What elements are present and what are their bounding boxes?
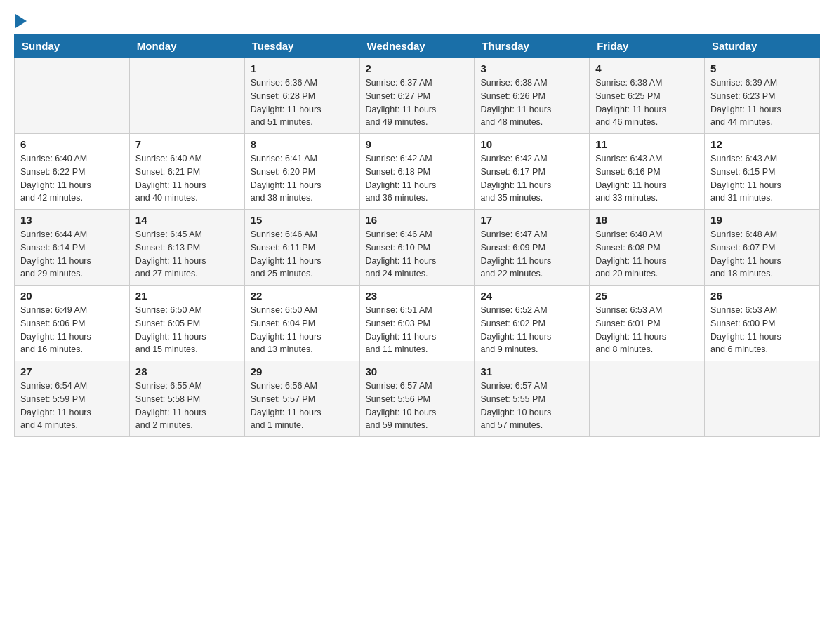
day-number: 23 — [366, 290, 469, 302]
day-number: 30 — [366, 365, 469, 377]
day-detail: Sunrise: 6:44 AM Sunset: 6:14 PM Dayligh… — [20, 229, 91, 279]
calendar-cell: 24Sunrise: 6:52 AM Sunset: 6:02 PM Dayli… — [475, 286, 590, 361]
day-detail: Sunrise: 6:53 AM Sunset: 6:01 PM Dayligh… — [595, 305, 666, 354]
week-row-2: 6Sunrise: 6:40 AM Sunset: 6:22 PM Daylig… — [15, 134, 820, 210]
day-detail: Sunrise: 6:48 AM Sunset: 6:08 PM Dayligh… — [595, 229, 666, 279]
day-detail: Sunrise: 6:51 AM Sunset: 6:03 PM Dayligh… — [366, 305, 437, 354]
day-number: 20 — [20, 290, 124, 302]
day-detail: Sunrise: 6:40 AM Sunset: 6:21 PM Dayligh… — [135, 154, 206, 203]
day-detail: Sunrise: 6:50 AM Sunset: 6:04 PM Dayligh… — [251, 305, 322, 354]
day-detail: Sunrise: 6:57 AM Sunset: 5:55 PM Dayligh… — [480, 381, 551, 430]
logo-arrow-icon — [15, 14, 27, 28]
calendar-cell: 22Sunrise: 6:50 AM Sunset: 6:04 PM Dayli… — [244, 286, 359, 361]
calendar-cell — [15, 58, 130, 134]
calendar-cell: 13Sunrise: 6:44 AM Sunset: 6:14 PM Dayli… — [15, 210, 130, 286]
calendar-cell: 12Sunrise: 6:43 AM Sunset: 6:15 PM Dayli… — [705, 134, 820, 210]
day-number: 29 — [251, 365, 354, 377]
calendar-cell: 20Sunrise: 6:49 AM Sunset: 6:06 PM Dayli… — [15, 286, 130, 361]
calendar-cell: 16Sunrise: 6:46 AM Sunset: 6:10 PM Dayli… — [359, 210, 475, 286]
day-number: 11 — [595, 138, 699, 150]
day-detail: Sunrise: 6:43 AM Sunset: 6:15 PM Dayligh… — [710, 154, 781, 203]
day-detail: Sunrise: 6:43 AM Sunset: 6:16 PM Dayligh… — [595, 154, 666, 203]
day-detail: Sunrise: 6:39 AM Sunset: 6:23 PM Dayligh… — [710, 78, 781, 127]
day-detail: Sunrise: 6:49 AM Sunset: 6:06 PM Dayligh… — [20, 305, 91, 354]
day-detail: Sunrise: 6:52 AM Sunset: 6:02 PM Dayligh… — [480, 305, 551, 354]
calendar-cell: 15Sunrise: 6:46 AM Sunset: 6:11 PM Dayli… — [244, 210, 359, 286]
calendar-cell: 17Sunrise: 6:47 AM Sunset: 6:09 PM Dayli… — [475, 210, 590, 286]
day-detail: Sunrise: 6:54 AM Sunset: 5:59 PM Dayligh… — [20, 381, 91, 430]
calendar-cell: 9Sunrise: 6:42 AM Sunset: 6:18 PM Daylig… — [359, 134, 475, 210]
calendar-cell: 31Sunrise: 6:57 AM Sunset: 5:55 PM Dayli… — [475, 361, 590, 437]
day-detail: Sunrise: 6:56 AM Sunset: 5:57 PM Dayligh… — [251, 381, 322, 430]
calendar-table: SundayMondayTuesdayWednesdayThursdayFrid… — [14, 34, 820, 437]
weekday-header-row: SundayMondayTuesdayWednesdayThursdayFrid… — [15, 34, 820, 58]
day-detail: Sunrise: 6:42 AM Sunset: 6:17 PM Dayligh… — [480, 154, 551, 203]
day-number: 4 — [595, 62, 699, 74]
day-detail: Sunrise: 6:38 AM Sunset: 6:25 PM Dayligh… — [595, 78, 666, 127]
day-number: 21 — [135, 290, 239, 302]
day-detail: Sunrise: 6:41 AM Sunset: 6:20 PM Dayligh… — [251, 154, 322, 203]
calendar-cell: 28Sunrise: 6:55 AM Sunset: 5:58 PM Dayli… — [129, 361, 244, 437]
day-number: 5 — [710, 62, 814, 74]
calendar-cell — [129, 58, 244, 134]
calendar-cell: 23Sunrise: 6:51 AM Sunset: 6:03 PM Dayli… — [359, 286, 475, 361]
calendar-cell: 19Sunrise: 6:48 AM Sunset: 6:07 PM Dayli… — [705, 210, 820, 286]
day-detail: Sunrise: 6:47 AM Sunset: 6:09 PM Dayligh… — [480, 229, 551, 279]
week-row-4: 20Sunrise: 6:49 AM Sunset: 6:06 PM Dayli… — [15, 286, 820, 361]
weekday-header-tuesday: Tuesday — [244, 34, 359, 58]
day-detail: Sunrise: 6:46 AM Sunset: 6:11 PM Dayligh… — [251, 229, 322, 279]
calendar-cell: 2Sunrise: 6:37 AM Sunset: 6:27 PM Daylig… — [359, 58, 475, 134]
day-number: 12 — [710, 138, 814, 150]
calendar-cell: 25Sunrise: 6:53 AM Sunset: 6:01 PM Dayli… — [590, 286, 705, 361]
weekday-header-monday: Monday — [129, 34, 244, 58]
day-number: 16 — [366, 214, 469, 226]
calendar-cell: 27Sunrise: 6:54 AM Sunset: 5:59 PM Dayli… — [15, 361, 130, 437]
calendar-cell: 1Sunrise: 6:36 AM Sunset: 6:28 PM Daylig… — [244, 58, 359, 134]
calendar-cell: 14Sunrise: 6:45 AM Sunset: 6:13 PM Dayli… — [129, 210, 244, 286]
day-detail: Sunrise: 6:38 AM Sunset: 6:26 PM Dayligh… — [480, 78, 551, 127]
calendar-cell: 18Sunrise: 6:48 AM Sunset: 6:08 PM Dayli… — [590, 210, 705, 286]
page-header — [14, 14, 820, 27]
calendar-cell: 10Sunrise: 6:42 AM Sunset: 6:17 PM Dayli… — [475, 134, 590, 210]
day-number: 1 — [251, 62, 354, 74]
day-number: 27 — [20, 365, 124, 377]
weekday-header-wednesday: Wednesday — [359, 34, 475, 58]
week-row-1: 1Sunrise: 6:36 AM Sunset: 6:28 PM Daylig… — [15, 58, 820, 134]
day-detail: Sunrise: 6:57 AM Sunset: 5:56 PM Dayligh… — [366, 381, 437, 430]
day-number: 17 — [480, 214, 583, 226]
day-detail: Sunrise: 6:55 AM Sunset: 5:58 PM Dayligh… — [135, 381, 206, 430]
week-row-3: 13Sunrise: 6:44 AM Sunset: 6:14 PM Dayli… — [15, 210, 820, 286]
day-number: 9 — [366, 138, 469, 150]
day-number: 6 — [20, 138, 124, 150]
day-number: 14 — [135, 214, 239, 226]
day-number: 2 — [366, 62, 469, 74]
logo — [14, 14, 27, 27]
day-detail: Sunrise: 6:45 AM Sunset: 6:13 PM Dayligh… — [135, 229, 206, 279]
week-row-5: 27Sunrise: 6:54 AM Sunset: 5:59 PM Dayli… — [15, 361, 820, 437]
day-detail: Sunrise: 6:53 AM Sunset: 6:00 PM Dayligh… — [710, 305, 781, 354]
day-number: 24 — [480, 290, 583, 302]
day-number: 22 — [251, 290, 354, 302]
calendar-cell: 3Sunrise: 6:38 AM Sunset: 6:26 PM Daylig… — [475, 58, 590, 134]
day-number: 7 — [135, 138, 239, 150]
day-number: 25 — [595, 290, 699, 302]
weekday-header-thursday: Thursday — [475, 34, 590, 58]
day-detail: Sunrise: 6:37 AM Sunset: 6:27 PM Dayligh… — [366, 78, 437, 127]
calendar-cell: 7Sunrise: 6:40 AM Sunset: 6:21 PM Daylig… — [129, 134, 244, 210]
calendar-cell: 5Sunrise: 6:39 AM Sunset: 6:23 PM Daylig… — [705, 58, 820, 134]
day-number: 18 — [595, 214, 699, 226]
day-number: 26 — [710, 290, 814, 302]
day-number: 31 — [480, 365, 583, 377]
day-detail: Sunrise: 6:42 AM Sunset: 6:18 PM Dayligh… — [366, 154, 437, 203]
day-number: 19 — [710, 214, 814, 226]
day-number: 15 — [251, 214, 354, 226]
calendar-cell: 8Sunrise: 6:41 AM Sunset: 6:20 PM Daylig… — [244, 134, 359, 210]
calendar-cell: 26Sunrise: 6:53 AM Sunset: 6:00 PM Dayli… — [705, 286, 820, 361]
day-number: 28 — [135, 365, 239, 377]
day-number: 3 — [480, 62, 583, 74]
weekday-header-saturday: Saturday — [705, 34, 820, 58]
weekday-header-friday: Friday — [590, 34, 705, 58]
calendar-cell: 21Sunrise: 6:50 AM Sunset: 6:05 PM Dayli… — [129, 286, 244, 361]
day-detail: Sunrise: 6:40 AM Sunset: 6:22 PM Dayligh… — [20, 154, 91, 203]
day-number: 8 — [251, 138, 354, 150]
